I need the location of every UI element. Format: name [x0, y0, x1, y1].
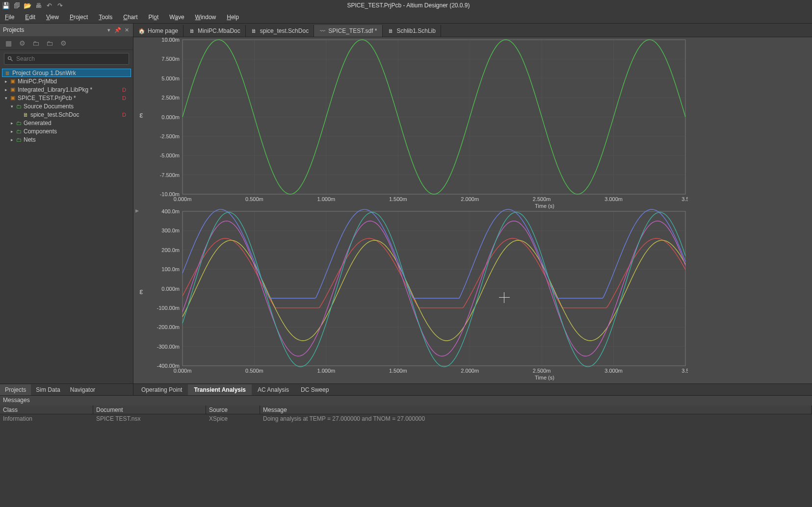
twisty-icon[interactable]: ▾ [9, 104, 15, 109]
svg-text:3.5: 3.5 [681, 196, 688, 202]
svg-text:-2.500m: -2.500m [160, 133, 180, 139]
tree-item[interactable]: ▸🗀Components [2, 127, 131, 135]
search-field[interactable] [4, 53, 129, 65]
doc-tab[interactable]: 🏠Home page [133, 25, 183, 37]
undo-icon[interactable]: ↶ [45, 1, 53, 9]
chart-bottom[interactable]: 400.0m300.0m200.0m100.0m0.000m-100.00m-2… [148, 209, 688, 380]
tree-item-label: SPICE_TEST.PrjPcb * [18, 95, 76, 101]
tool-settings-icon[interactable]: ⚙ [59, 39, 68, 48]
svg-text:7.500m: 7.500m [161, 56, 180, 62]
tree-item[interactable]: ▾▣SPICE_TEST.PrjPcb *D [2, 94, 131, 102]
twisty-icon[interactable]: ▸ [9, 129, 15, 134]
messages-panel: Messages Class Document Source Message I… [0, 395, 812, 424]
tree-item[interactable]: ▸▣MiniPC.PrjMbd [2, 77, 131, 85]
status-badge: D [122, 87, 126, 93]
tree-item[interactable]: ▾🗀Source Documents [2, 102, 131, 110]
svg-text:-5.000m: -5.000m [160, 152, 180, 158]
chart-top[interactable]: 10.00m7.500m5.000m2.500m0.000m-2.500m-5.… [148, 37, 688, 209]
tree-item-label: MiniPC.PrjMbd [18, 78, 57, 85]
doc-tab[interactable]: 〰SPICE_TEST.sdf * [314, 25, 382, 37]
status-badge: D [122, 112, 126, 118]
twisty-icon[interactable]: ▾ [3, 96, 9, 101]
svg-text:400.0m: 400.0m [161, 209, 180, 214]
save-all-icon[interactable]: 🗐 [13, 1, 21, 9]
projects-tree[interactable]: 🗎 Project Group 1.DsnWrk ▸▣MiniPC.PrjMbd… [0, 68, 133, 383]
svg-text:-100.00m: -100.00m [157, 305, 180, 311]
menu-view[interactable]: View [41, 12, 64, 23]
msg-text: Doing analysis at TEMP = 27.000000 and T… [260, 414, 812, 424]
svg-text:0.000m: 0.000m [161, 114, 180, 120]
folder-icon: 🗀 [15, 128, 23, 135]
menu-tools[interactable]: Tools [94, 12, 117, 23]
redo-icon[interactable]: ↷ [56, 1, 64, 9]
folder-icon: 🗀 [15, 120, 23, 127]
svg-text:1.000m: 1.000m [317, 368, 336, 374]
tab-projects[interactable]: Projects [0, 384, 31, 395]
print-icon[interactable]: 🖶 [34, 1, 42, 9]
lib-icon: 🗎 [388, 27, 394, 34]
messages-header: Class Document Source Message [0, 406, 812, 414]
menu-window[interactable]: Window [190, 12, 221, 23]
expand-handle-icon[interactable]: ▸ [134, 201, 139, 220]
search-input[interactable] [16, 55, 126, 62]
panel-close-icon[interactable]: ✕ [123, 26, 130, 33]
sigma-icon-1[interactable]: ε [139, 111, 143, 120]
proj-icon: ▣ [9, 95, 17, 101]
chart-area[interactable]: ▸ ε ε 10.00m7.500m5.000m2.500m0.000m-2.5… [133, 37, 812, 383]
wave-icon: 〰 [319, 27, 326, 34]
tree-root[interactable]: 🗎 Project Group 1.DsnWrk [2, 69, 131, 77]
sim-tab[interactable]: AC Analysis [252, 384, 295, 395]
sigma-icon-2[interactable]: ε [139, 287, 143, 296]
proj-icon: ▣ [9, 86, 17, 93]
menu-wave[interactable]: Wave [164, 12, 189, 23]
menu-help[interactable]: Help [222, 12, 244, 23]
menu-chart[interactable]: Chart [118, 12, 142, 23]
svg-text:300.0m: 300.0m [161, 228, 180, 233]
svg-text:1.500m: 1.500m [389, 368, 407, 374]
tree-item[interactable]: ▸🗀Generated [2, 119, 131, 127]
twisty-icon[interactable]: ▸ [3, 79, 9, 84]
sim-tab[interactable]: DC Sweep [295, 384, 335, 395]
sim-tab[interactable]: Operating Point [135, 384, 188, 395]
doc-tab[interactable]: 🗎MiniPC.MbaDoc [183, 25, 246, 37]
col-message[interactable]: Message [260, 406, 812, 414]
svg-text:200.0m: 200.0m [161, 247, 180, 253]
messages-row[interactable]: Information SPICE TEST.nsx XSpice Doing … [0, 414, 812, 424]
doc-tab[interactable]: 🗎Schlib1.SchLib [383, 25, 441, 37]
panel-dropdown-icon[interactable]: ▾ [105, 26, 112, 33]
tool-folder-icon[interactable]: 🗀 [31, 39, 40, 48]
tree-item[interactable]: ▸🗀Nets [2, 135, 131, 144]
col-class[interactable]: Class [0, 406, 93, 414]
panel-pin-icon[interactable]: 📌 [114, 26, 121, 33]
menu-project[interactable]: Project [65, 12, 93, 23]
twisty-icon[interactable]: ▸ [9, 137, 15, 142]
col-source[interactable]: Source [206, 406, 260, 414]
twisty-icon[interactable]: ▸ [3, 87, 9, 92]
doc-tab-label: Schlib1.SchLib [397, 27, 436, 34]
tree-item-label: Nets [24, 136, 36, 143]
doc-tab-label: MiniPC.MbaDoc [198, 27, 240, 34]
menu-edit[interactable]: Edit [20, 12, 40, 23]
sim-tab[interactable]: Transient Analysis [188, 384, 252, 395]
tool-hierarchy-icon[interactable]: 🗀 [45, 39, 54, 48]
projects-panel: Projects ▾ 📌 ✕ ▦ ⚙ 🗀 🗀 ⚙ 🗎 Project Group… [0, 24, 133, 395]
tab-navigator[interactable]: Navigator [65, 384, 100, 395]
svg-line-1 [11, 59, 13, 61]
doc-icon: 🗎 [188, 27, 195, 34]
msg-doc: SPICE TEST.nsx [93, 414, 206, 424]
tab-sim-data[interactable]: Sim Data [31, 384, 65, 395]
menu-plot[interactable]: Plot [144, 12, 164, 23]
save-icon[interactable]: 💾 [2, 1, 10, 9]
tree-item[interactable]: ▸▣Integrated_Library1.LibPkg *D [2, 85, 131, 94]
doc-tab[interactable]: 🗎spice_test.SchDoc [246, 25, 314, 37]
col-document[interactable]: Document [93, 406, 206, 414]
twisty-icon[interactable]: ▸ [9, 121, 15, 126]
tool-board-icon[interactable]: ▦ [4, 39, 13, 48]
tree-item[interactable]: 🗎spice_test.SchDocD [2, 110, 131, 119]
doc-tab-label: Home page [148, 27, 178, 34]
open-icon[interactable]: 📂 [24, 1, 31, 9]
tool-compile-icon[interactable]: ⚙ [18, 39, 26, 48]
tree-item-label: Generated [24, 120, 52, 127]
doc-tab-label: spice_test.SchDoc [260, 27, 309, 34]
menu-file[interactable]: File [0, 12, 19, 23]
